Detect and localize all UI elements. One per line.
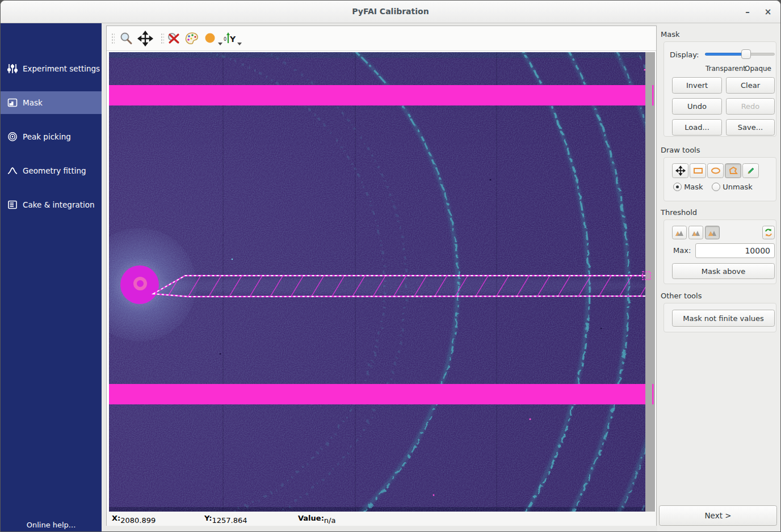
invert-button[interactable]: Invert [672,77,722,94]
sidebar-item-geometry-fitting[interactable]: Geometry fitting [1,159,102,182]
toolbar-grip[interactable] [111,33,115,44]
refresh-icon[interactable] [762,226,775,239]
mask-icon [7,97,18,108]
sidebar-item-mask[interactable]: Mask [1,91,102,114]
sidebar-item-cake-integration[interactable]: Cake & integration [1,193,102,216]
unmask-radio-icon[interactable] [712,183,720,191]
pyfai-calibration-window: PyFAI Calibration – × Experiment setting… [0,0,781,532]
draw-tools-section-title: Draw tools [661,146,700,154]
threshold-groupbox: Max: Mask above [664,219,776,284]
mask-above-button[interactable]: Mask above [672,263,775,279]
save-button[interactable]: Save... [726,119,775,136]
plot-statusbar: X: 2080.899 Y: 1257.864 Value: n/a [107,512,656,526]
polygon-tool-icon[interactable] [725,163,741,178]
peak-curve-icon [7,165,18,176]
plot-toolbar: 0 Y [107,26,656,51]
rectangle-tool-icon[interactable] [690,163,706,178]
display-label: Display: [670,50,699,59]
mask-marker-icon[interactable] [203,31,219,47]
clear-button[interactable]: Clear [726,77,775,94]
max-label: Max: [673,246,691,255]
mask-below-icon[interactable] [672,226,687,239]
titlebar: PyFAI Calibration – × [1,1,780,23]
close-button[interactable]: × [760,4,776,20]
other-tools-section-title: Other tools [661,292,702,300]
sidebar-item-experiment-settings[interactable]: Experiment settings [1,57,102,80]
zoom-reset-icon[interactable] [166,31,182,47]
pencil-tool-icon[interactable] [742,163,759,178]
mask-tools-panel: Mask Display: Transparent Opaque Invert … [657,23,781,532]
other-tools-groupbox: Mask not finite values [664,303,776,332]
cursor-x-readout: X: 2080.899 [112,514,120,522]
opaque-label: Opaque [745,65,771,73]
mask-radio[interactable]: Mask [673,183,703,191]
cake-icon [7,199,18,210]
mask-above-icon[interactable] [705,226,720,239]
cursor-y-readout: Y: 1257.864 [204,514,212,522]
mask-groupbox: Display: Transparent Opaque Invert Clear… [664,41,776,137]
max-input[interactable] [695,243,775,258]
mask-opacity-slider[interactable] [705,49,775,58]
plot-widget: 0 Y [106,26,657,526]
window-title: PyFAI Calibration [1,7,780,16]
mask-radio-icon[interactable] [673,183,682,191]
polygon-vertex-handle[interactable] [643,272,650,280]
sidebar: Experiment settings Mask Peak picking Ge… [1,23,102,532]
zoom-icon[interactable] [118,31,134,47]
undo-button[interactable]: Undo [672,98,722,115]
sidebar-item-peak-picking[interactable]: Peak picking [1,125,102,148]
mask-band-top [109,85,645,105]
online-help-link[interactable]: Online help... [1,521,102,529]
svg-text:Y: Y [229,35,236,44]
outside-image-area [645,52,655,512]
svg-text:0: 0 [224,37,226,42]
peak-rings-icon [7,131,18,142]
colormap-icon[interactable] [184,31,200,47]
pan-icon[interactable] [137,31,153,47]
mask-not-finite-button[interactable]: Mask not finite values [672,310,775,327]
pan-tool-icon[interactable] [672,163,688,178]
diffraction-image-canvas[interactable] [109,52,655,512]
cursor-value-readout: Value: n/a [298,514,324,522]
draw-tools-groupbox: Mask Unmask [664,157,776,201]
dropdown-caret-icon [237,43,242,45]
y-axis-orientation-icon[interactable]: 0 Y [222,31,238,47]
slider-handle[interactable] [741,49,751,59]
toolbar-grip[interactable] [161,33,164,44]
redo-button[interactable]: Redo [726,98,775,115]
transparent-label: Transparent [706,65,746,73]
mask-section-title: Mask [661,30,679,39]
unmask-radio[interactable]: Unmask [712,183,753,191]
next-button[interactable]: Next > [659,505,777,526]
threshold-section-title: Threshold [661,208,697,217]
load-button[interactable]: Load... [672,119,722,136]
sliders-icon [7,63,18,74]
mask-between-icon[interactable] [688,226,703,239]
mask-band-bottom [109,384,645,404]
minimize-button[interactable]: – [740,4,755,20]
ellipse-tool-icon[interactable] [707,163,724,178]
polygon-mask [153,276,649,297]
